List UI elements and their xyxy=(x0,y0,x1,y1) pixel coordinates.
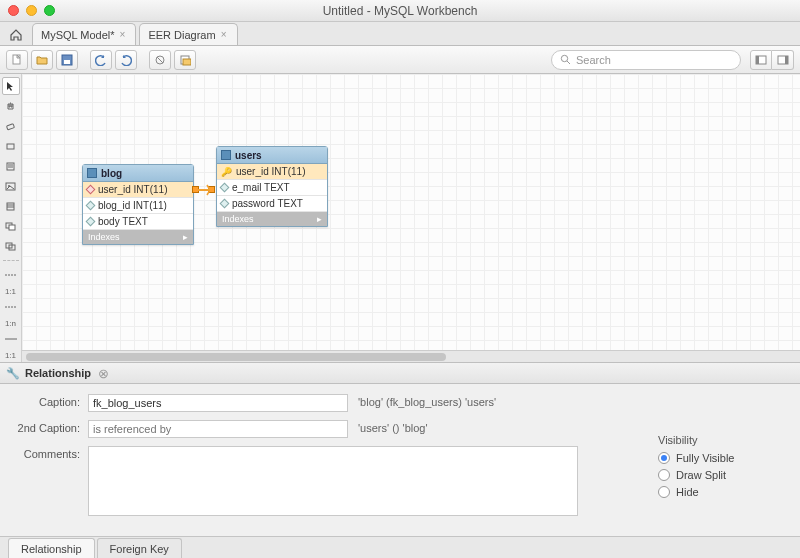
titlebar: Untitled - MySQL Workbench xyxy=(0,0,800,22)
tab-label: EER Diagram xyxy=(148,29,215,41)
relation-1-n-nonid-tool[interactable] xyxy=(2,298,20,316)
column-label: password TEXT xyxy=(232,198,303,209)
comments-textarea[interactable] xyxy=(88,446,578,516)
svg-rect-10 xyxy=(756,56,759,64)
document-tabs: MySQL Model* × EER Diagram × xyxy=(0,22,800,46)
relationship-properties-panel: Caption: 'blog' (fk_blog_users) 'users' … xyxy=(0,384,800,536)
svg-rect-2 xyxy=(64,60,70,64)
indexes-section[interactable]: Indexes▸ xyxy=(217,212,327,226)
svg-rect-14 xyxy=(7,144,14,149)
tab-eer-diagram[interactable]: EER Diagram × xyxy=(139,23,237,45)
pointer-tool[interactable] xyxy=(2,77,20,95)
indexes-section[interactable]: Indexes▸ xyxy=(83,230,193,244)
visibility-group: Visibility Fully Visible Draw Split Hide xyxy=(658,434,778,503)
visibility-option-hide[interactable]: Hide xyxy=(658,486,778,498)
note-tool[interactable] xyxy=(2,157,20,175)
open-file-button[interactable] xyxy=(31,50,53,70)
column-type-icon xyxy=(86,217,96,227)
column-row[interactable]: e_mail TEXT xyxy=(217,180,327,196)
search-icon xyxy=(560,54,571,65)
tab-close-icon[interactable]: × xyxy=(221,29,227,40)
second-caption-label: 2nd Caption: xyxy=(12,420,88,434)
search-input[interactable]: Search xyxy=(551,50,741,70)
table-icon xyxy=(87,168,97,178)
diagram-tool-palette: 1:1 1:n 1:1 xyxy=(0,74,22,362)
diagram-canvas[interactable]: blog user_id INT(11) blog_id INT(11) bod… xyxy=(22,74,800,362)
redo-button[interactable] xyxy=(115,50,137,70)
tool-button-1[interactable] xyxy=(149,50,171,70)
diagram-canvas-wrap: blog user_id INT(11) blog_id INT(11) bod… xyxy=(22,74,800,362)
wrench-icon: 🔧 xyxy=(6,367,20,380)
column-row[interactable]: 🔑user_id INT(11) xyxy=(217,164,327,180)
column-type-icon xyxy=(86,201,96,211)
relation-1-1-b-label: 1:1 xyxy=(5,351,16,360)
visibility-title: Visibility xyxy=(658,434,778,446)
save-button[interactable] xyxy=(56,50,78,70)
svg-point-7 xyxy=(561,55,567,61)
visibility-option-fully-visible[interactable]: Fully Visible xyxy=(658,452,778,464)
radio-icon xyxy=(658,486,670,498)
svg-line-4 xyxy=(157,57,163,63)
undo-button[interactable] xyxy=(90,50,112,70)
tab-mysql-model[interactable]: MySQL Model* × xyxy=(32,23,136,45)
svg-rect-13 xyxy=(6,123,14,129)
entity-name: users xyxy=(235,150,262,161)
diagram-grid: blog user_id INT(11) blog_id INT(11) bod… xyxy=(22,74,800,362)
chevron-right-icon: ▸ xyxy=(183,232,188,242)
column-row[interactable]: body TEXT xyxy=(83,214,193,230)
home-button[interactable] xyxy=(6,25,26,45)
hand-tool[interactable] xyxy=(2,97,20,115)
caption-description: 'blog' (fk_blog_users) 'users' xyxy=(358,394,496,408)
visibility-option-draw-split[interactable]: Draw Split xyxy=(658,469,778,481)
relation-1-1-id-tool[interactable] xyxy=(2,330,20,348)
column-label: blog_id INT(11) xyxy=(98,200,167,211)
entity-name: blog xyxy=(101,168,122,179)
view-tool[interactable] xyxy=(2,217,20,235)
tool-button-2[interactable] xyxy=(174,50,196,70)
relation-1-1-nonid-tool[interactable] xyxy=(2,266,20,284)
entity-blog[interactable]: blog user_id INT(11) blog_id INT(11) bod… xyxy=(82,164,194,245)
svg-rect-12 xyxy=(785,56,788,64)
svg-line-8 xyxy=(567,61,570,64)
table-icon xyxy=(221,150,231,160)
second-caption-input[interactable] xyxy=(88,420,348,438)
caption-input[interactable] xyxy=(88,394,348,412)
svg-rect-6 xyxy=(183,59,191,65)
horizontal-scrollbar[interactable] xyxy=(22,350,800,362)
relation-1-1-label: 1:1 xyxy=(5,287,16,296)
tab-close-icon[interactable]: × xyxy=(120,29,126,40)
search-placeholder: Search xyxy=(576,54,611,66)
table-tool[interactable] xyxy=(2,197,20,215)
scrollbar-thumb[interactable] xyxy=(26,353,446,361)
radio-icon xyxy=(658,452,670,464)
column-type-icon xyxy=(220,183,230,193)
relationship-line[interactable] xyxy=(198,182,210,200)
svg-rect-24 xyxy=(9,225,15,230)
entity-header[interactable]: blog xyxy=(83,165,193,182)
comments-label: Comments: xyxy=(12,446,88,460)
caption-label: Caption: xyxy=(12,394,88,408)
entity-header[interactable]: users xyxy=(217,147,327,164)
column-label: e_mail TEXT xyxy=(232,182,290,193)
column-row[interactable]: password TEXT xyxy=(217,196,327,212)
toggle-right-panel-button[interactable] xyxy=(772,50,794,70)
main-area: 1:1 1:n 1:1 blog user_id INT(11) blog_id… xyxy=(0,74,800,362)
column-row[interactable]: user_id INT(11) xyxy=(83,182,193,198)
bottom-tab-relationship[interactable]: Relationship xyxy=(8,538,95,558)
column-row[interactable]: blog_id INT(11) xyxy=(83,198,193,214)
panel-close-icon[interactable]: ⊗ xyxy=(98,366,109,381)
image-tool[interactable] xyxy=(2,177,20,195)
new-file-button[interactable] xyxy=(6,50,28,70)
toggle-left-panel-button[interactable] xyxy=(750,50,772,70)
bottom-tab-foreign-key[interactable]: Foreign Key xyxy=(97,538,182,558)
panel-header: 🔧 Relationship ⊗ xyxy=(0,362,800,384)
layer-tool[interactable] xyxy=(2,137,20,155)
eraser-tool[interactable] xyxy=(2,117,20,135)
column-type-icon xyxy=(220,199,230,209)
relation-1-n-label: 1:n xyxy=(5,319,16,328)
column-label: user_id INT(11) xyxy=(98,184,167,195)
entity-users[interactable]: users 🔑user_id INT(11) e_mail TEXT passw… xyxy=(216,146,328,227)
tab-label: MySQL Model* xyxy=(41,29,115,41)
routine-tool[interactable] xyxy=(2,237,20,255)
toolbar: Search xyxy=(0,46,800,74)
